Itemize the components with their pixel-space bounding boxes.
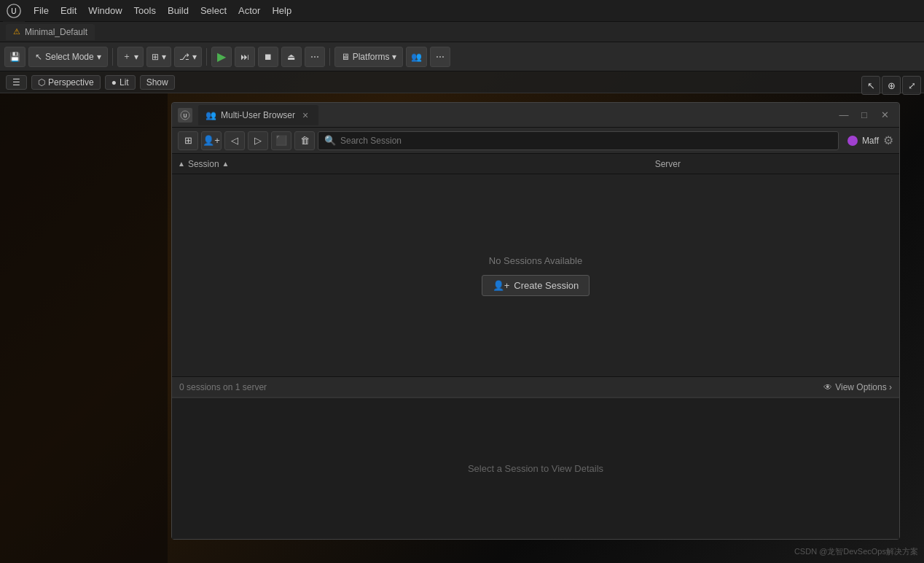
window-controls: — □ ✕ xyxy=(835,106,893,124)
user-badge: Maff ⚙ xyxy=(847,133,893,147)
search-input[interactable] xyxy=(340,136,832,146)
platforms-icon: 🖥 xyxy=(341,52,350,62)
separator-2 xyxy=(206,48,207,66)
menu-select[interactable]: Select xyxy=(195,2,232,19)
close-button[interactable]: ✕ xyxy=(876,106,893,124)
stop-icon: ⏹ xyxy=(264,52,273,62)
project-name: Minimal_Default xyxy=(25,27,87,37)
panel-tab-close-button[interactable]: × xyxy=(299,108,311,123)
play-options-icon: ⋯ xyxy=(310,52,319,62)
server-column-header[interactable]: Server xyxy=(655,159,893,169)
platforms-button[interactable]: 🖥 Platforms ▾ xyxy=(334,47,404,67)
view-options-button[interactable]: 👁 View Options › xyxy=(823,382,892,392)
panel-lower-section: Select a Session to View Details xyxy=(172,397,899,539)
minimize-button[interactable]: — xyxy=(835,106,853,124)
sort-desc-icon: ▲ xyxy=(222,160,230,168)
show-button[interactable]: Show xyxy=(140,75,175,90)
sessions-list-button[interactable]: ⊞ xyxy=(178,131,198,150)
list-icon: ⊞ xyxy=(184,135,192,146)
session-column-header[interactable]: ▲ Session ▲ xyxy=(178,159,655,169)
panel-logo: U xyxy=(178,108,192,123)
panel-title-text: Multi-User Browser xyxy=(221,110,295,120)
source-icon: ⎇ xyxy=(179,52,189,62)
separator-3 xyxy=(329,48,330,66)
create-session-icon: 👤+ xyxy=(493,280,510,291)
no-sessions-label: No Sessions Available xyxy=(489,255,582,266)
snap-button[interactable]: ⊞ ▾ xyxy=(146,47,171,67)
corner-icons: ↖ ⊕ ⤢ xyxy=(858,73,924,98)
session-count: 0 sessions on 1 server xyxy=(179,382,267,392)
pointer-icon[interactable]: ↖ xyxy=(861,76,880,95)
panel-statusbar: 0 sessions on 1 server 👁 View Options › xyxy=(172,376,899,397)
lit-button[interactable]: ● Lit xyxy=(105,75,136,90)
multiplayer-icon: 👥 xyxy=(411,52,422,62)
lit-label: Lit xyxy=(120,77,129,88)
session-table: ▲ Session ▲ Server No Sessions Available… xyxy=(172,154,899,376)
eject-button[interactable]: ⏏ xyxy=(281,47,302,67)
add-user-button[interactable]: 👤+ xyxy=(201,131,222,150)
show-label: Show xyxy=(146,77,168,88)
add-user-icon: 👤+ xyxy=(203,135,220,146)
menu-toggle-button[interactable]: ☰ xyxy=(6,75,27,90)
project-tab[interactable]: ⚠ Minimal_Default xyxy=(6,24,95,40)
menu-file[interactable]: File xyxy=(28,2,55,19)
dropdown-icon4: ▾ xyxy=(192,52,197,62)
menu-window[interactable]: Window xyxy=(82,2,128,19)
warning-icon: ⚠ xyxy=(13,27,20,36)
search-icon: 🔍 xyxy=(324,135,336,146)
platforms-label: Platforms xyxy=(353,52,390,62)
user-name: Maff xyxy=(862,136,879,146)
hamburger-icon: ☰ xyxy=(12,77,20,88)
add-object-button[interactable]: ＋ ▾ xyxy=(117,47,144,67)
separator-1 xyxy=(112,48,113,66)
leave-icon: ⬛ xyxy=(275,135,287,146)
select-icon: ↖ xyxy=(35,52,42,62)
delete-button[interactable]: 🗑 xyxy=(294,131,315,150)
add-icon: ＋ xyxy=(122,50,131,63)
play-icon: ▶ xyxy=(217,50,226,63)
menu-actor[interactable]: Actor xyxy=(232,2,266,19)
session-search[interactable]: 🔍 xyxy=(318,131,839,150)
dropdown-icon3: ▾ xyxy=(162,52,166,62)
nav-forward-button[interactable]: ▷ xyxy=(248,131,268,150)
maximize-icon[interactable]: ⤢ xyxy=(902,76,921,95)
save-button[interactable]: 💾 xyxy=(4,47,26,67)
menu-tools[interactable]: Tools xyxy=(128,2,162,19)
step-button[interactable]: ⏭ xyxy=(235,47,255,67)
create-session-button[interactable]: 👤+ Create Session xyxy=(482,275,590,296)
svg-text:U: U xyxy=(183,113,187,118)
ue-logo: U xyxy=(3,0,25,22)
svg-text:U: U xyxy=(11,7,16,15)
select-mode-button[interactable]: ↖ Select Mode ▾ xyxy=(28,47,108,67)
menu-help[interactable]: Help xyxy=(266,2,297,19)
dropdown-icon2: ▾ xyxy=(134,52,138,62)
maximize-button[interactable]: □ xyxy=(856,106,873,124)
leave-button[interactable]: ⬛ xyxy=(271,131,291,150)
create-session-label: Create Session xyxy=(514,280,579,291)
source-control-button[interactable]: ⎇ ▾ xyxy=(174,47,202,67)
settings-button[interactable]: ⋯ xyxy=(430,47,450,67)
menu-edit[interactable]: Edit xyxy=(55,2,82,19)
stop-button[interactable]: ⏹ xyxy=(258,47,278,67)
sort-asc-icon: ▲ xyxy=(178,160,185,168)
main-toolbar: 💾 ↖ Select Mode ▾ ＋ ▾ ⊞ ▾ ⎇ ▾ ▶ ⏭ ⏹ ⏏ ⋯ … xyxy=(0,42,924,71)
delete-icon: 🗑 xyxy=(300,135,310,146)
title-bar: ⚠ Minimal_Default xyxy=(0,22,924,42)
multi-user-icon: 👥 xyxy=(205,110,216,120)
menu-build[interactable]: Build xyxy=(162,2,195,19)
crosshair-icon[interactable]: ⊕ xyxy=(882,76,901,95)
view-options-label: View Options › xyxy=(835,382,892,392)
perspective-button[interactable]: ⬡ Perspective xyxy=(31,75,101,90)
play-options-button[interactable]: ⋯ xyxy=(305,47,325,67)
user-avatar xyxy=(847,136,858,146)
nav-back-button[interactable]: ◁ xyxy=(224,131,245,150)
view-options-icon: 👁 xyxy=(823,382,832,392)
panel-title-tab: 👥 Multi-User Browser × xyxy=(198,105,318,125)
perspective-label: Perspective xyxy=(48,77,94,88)
select-session-label: Select a Session to View Details xyxy=(468,463,603,474)
thumbnail-strip xyxy=(0,93,168,563)
save-icon: 💾 xyxy=(9,52,20,62)
play-button[interactable]: ▶ xyxy=(211,47,232,67)
multiplayer-button[interactable]: 👥 xyxy=(406,47,427,67)
user-settings-icon[interactable]: ⚙ xyxy=(883,133,893,147)
